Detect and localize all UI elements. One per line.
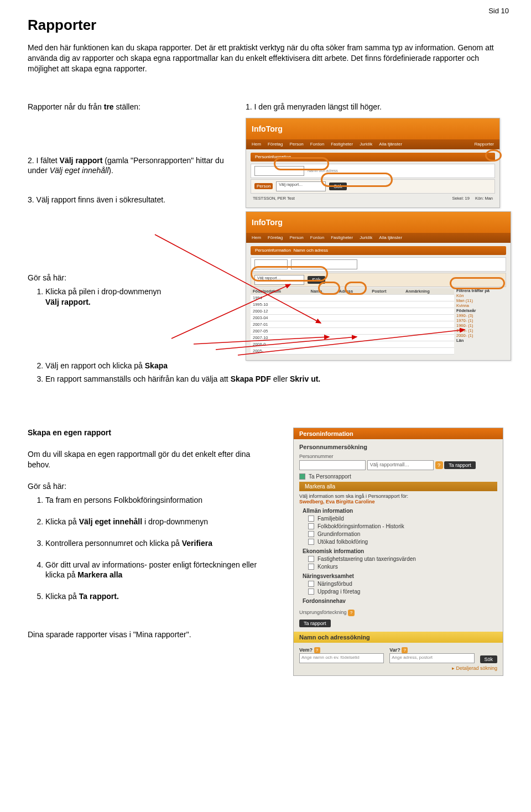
- help-icon: ?: [435, 461, 443, 469]
- intro-text: Med den här funktionen kan du skapa rapp…: [28, 43, 503, 74]
- screenshot-3: Personinformation Personnummersökning Pe…: [293, 428, 503, 676]
- help-icon: ?: [314, 647, 320, 653]
- brand-logo-2: InfoTorg: [252, 218, 283, 227]
- own-report-intro: Om du vill skapa en egen rapportmall gör…: [28, 449, 271, 470]
- screenshot-2: InfoTorg HemFöretag PersonFordon Fastigh…: [246, 211, 511, 361]
- own-step-3: Kontrollera personnumret och klicka på V…: [45, 538, 271, 549]
- own-report-header: Skapa en egen rapport: [28, 428, 271, 438]
- page-title: Rapporter: [28, 17, 503, 34]
- shot2-nav: HemFöretag PersonFordon FastigheterJurid…: [246, 233, 511, 243]
- help-icon: ?: [348, 610, 355, 616]
- own-step-2: Klicka på Välj eget innehåll i drop-down…: [45, 517, 271, 527]
- reach-line: Rapporter når du från tre ställen:: [28, 102, 232, 112]
- point-2: 2. I fältet Välj rapport (gamla "Personr…: [28, 155, 232, 176]
- reach-answer: 1. I den grå menyraden längst till höger…: [246, 102, 511, 112]
- how-header-2: Gör så här:: [28, 481, 271, 492]
- ta-rapport-button-2[interactable]: Ta rapport: [299, 620, 331, 627]
- footer-line: Dina sparade rapporter visas i "Mina rap…: [28, 629, 271, 640]
- point-3: 3. Välj rapport finns även i sökresultat…: [28, 195, 232, 205]
- page-number: Sid 10: [488, 7, 509, 15]
- how-header-1: Gör så här:: [28, 273, 232, 283]
- brand-logo: InfoTorg: [252, 124, 283, 133]
- own-step-5: Klicka på Ta rapport.: [45, 591, 271, 602]
- sok-button[interactable]: Sök: [480, 655, 498, 663]
- own-step-4: Gör ditt urval av informations- poster e…: [45, 560, 271, 581]
- screenshot-1: InfoTorg HemFöretag PersonFordon Fastigh…: [246, 118, 500, 208]
- shot1-nav: HemFöretag PersonFordon FastigheterJurid…: [246, 139, 499, 149]
- expand-icon: ▸: [452, 665, 455, 671]
- how-step-3: En rapport sammanställs och härifrån kan…: [45, 374, 503, 384]
- help-icon: ?: [402, 647, 408, 653]
- own-step-1: Ta fram en persons Folkbokföringsinforma…: [45, 495, 271, 506]
- how-step-2: Välj en rapport och klicka på Skapa: [45, 361, 503, 371]
- how-step-1: Klicka på pilen i drop-downmenyn Välj ra…: [45, 287, 232, 308]
- ta-rapport-button[interactable]: Ta rapport: [444, 461, 476, 469]
